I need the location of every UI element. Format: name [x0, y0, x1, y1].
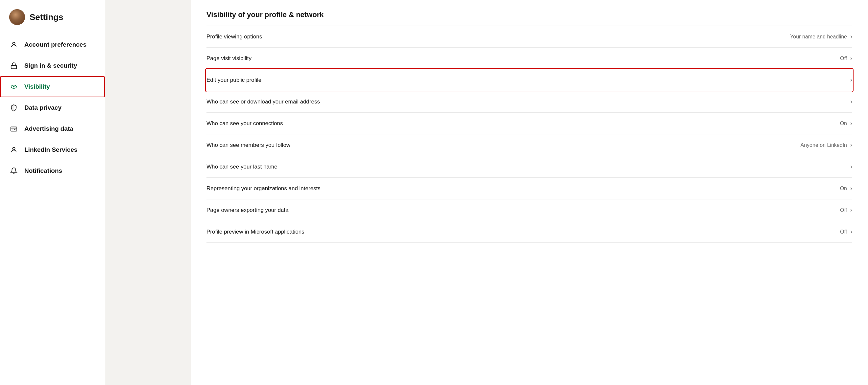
item-right: › [850, 76, 852, 83]
settings-item-profile-viewing[interactable]: Profile viewing options Your name and he… [207, 26, 852, 48]
item-label: Who can see your last name [207, 164, 277, 170]
sidebar: Settings Account preferences Sign in & s… [0, 0, 105, 385]
notifications-label: Notifications [24, 167, 62, 174]
advertising-icon [9, 124, 19, 133]
item-left: Profile preview in Microsoft application… [207, 229, 840, 235]
item-left: Who can see your last name [207, 164, 850, 170]
item-label: Edit your public profile [207, 77, 261, 83]
item-right: Anyone on LinkedIn › [801, 142, 852, 148]
chevron-right-icon: › [850, 98, 852, 105]
item-label: Page visit visibility [207, 55, 251, 62]
sidebar-item-visibility[interactable]: Visibility [0, 76, 105, 97]
chevron-right-icon: › [850, 142, 852, 148]
item-label: Page owners exporting your data [207, 207, 289, 213]
chevron-right-icon: › [850, 120, 852, 127]
sidebar-item-security[interactable]: Sign in & security [0, 55, 105, 76]
item-value: Anyone on LinkedIn [801, 142, 847, 148]
chevron-right-icon: › [850, 55, 852, 62]
sidebar-item-account[interactable]: Account preferences [0, 34, 105, 55]
item-label: Who can see members you follow [207, 142, 290, 148]
item-value: Off [840, 56, 847, 62]
section-title: Visibility of your profile & network [207, 10, 852, 23]
avatar [9, 9, 25, 25]
lock-icon [9, 61, 19, 70]
settings-item-page-visit[interactable]: Page visit visibility Off › [207, 48, 852, 69]
visibility-label: Visibility [24, 83, 50, 90]
item-left: Representing your organizations and inte… [207, 185, 840, 192]
item-left: Who can see or download your email addre… [207, 99, 850, 105]
bell-icon [9, 166, 19, 175]
item-value: On [840, 120, 847, 127]
svg-point-8 [12, 147, 15, 150]
settings-item-email-visibility[interactable]: Who can see or download your email addre… [207, 91, 852, 113]
item-value: On [840, 186, 847, 191]
item-left: Who can see your connections [207, 120, 840, 127]
sidebar-header: Settings [0, 9, 105, 34]
item-label: Representing your organizations and inte… [207, 185, 320, 192]
item-left: Edit your public profile [207, 77, 850, 83]
shield-icon [9, 103, 19, 112]
settings-item-organizations[interactable]: Representing your organizations and inte… [207, 178, 852, 199]
chevron-right-icon: › [850, 207, 852, 213]
item-right: Your name and headline › [790, 33, 852, 40]
person-icon [9, 40, 19, 49]
middle-panel [105, 0, 191, 385]
item-right: › [850, 163, 852, 170]
settings-item-edit-public-profile[interactable]: Edit your public profile › [207, 69, 852, 91]
settings-item-members-follow[interactable]: Who can see members you follow Anyone on… [207, 134, 852, 156]
item-label: Who can see or download your email addre… [207, 99, 320, 105]
main-content: Visibility of your profile & network Pro… [191, 0, 868, 385]
settings-item-page-owners[interactable]: Page owners exporting your data Off › [207, 199, 852, 221]
data-privacy-label: Data privacy [24, 104, 61, 111]
item-right: Off › [840, 228, 852, 235]
item-left: Profile viewing options [207, 34, 790, 40]
linkedin-services-label: LinkedIn Services [24, 146, 78, 153]
chevron-right-icon: › [850, 76, 852, 83]
svg-point-0 [12, 42, 15, 45]
security-label: Sign in & security [24, 62, 77, 69]
sidebar-item-advertising[interactable]: Advertising data [0, 118, 105, 139]
settings-list: Profile viewing options Your name and he… [207, 26, 852, 243]
sidebar-item-data-privacy[interactable]: Data privacy [0, 97, 105, 118]
sidebar-item-notifications[interactable]: Notifications [0, 160, 105, 181]
item-right: On › [840, 185, 852, 192]
account-label: Account preferences [24, 41, 87, 48]
advertising-label: Advertising data [24, 125, 73, 132]
item-right: On › [840, 120, 852, 127]
sidebar-item-linkedin-services[interactable]: LinkedIn Services [0, 139, 105, 160]
services-icon [9, 145, 19, 154]
item-right: Off › [840, 55, 852, 62]
item-label: Who can see your connections [207, 120, 283, 127]
settings-item-last-name[interactable]: Who can see your last name › [207, 156, 852, 178]
item-left: Who can see members you follow [207, 142, 801, 148]
settings-item-connections[interactable]: Who can see your connections On › [207, 113, 852, 134]
item-right: Off › [840, 207, 852, 213]
svg-point-3 [13, 86, 15, 88]
sidebar-nav: Account preferences Sign in & security V… [0, 34, 105, 181]
svg-rect-1 [11, 65, 17, 69]
item-value: Off [840, 207, 847, 213]
item-right: › [850, 98, 852, 105]
item-label: Profile viewing options [207, 34, 262, 40]
chevron-right-icon: › [850, 33, 852, 40]
chevron-right-icon: › [850, 163, 852, 170]
chevron-right-icon: › [850, 228, 852, 235]
item-value: Off [840, 229, 847, 235]
chevron-right-icon: › [850, 185, 852, 192]
item-value: Your name and headline [790, 34, 847, 40]
item-left: Page visit visibility [207, 55, 840, 62]
item-label: Profile preview in Microsoft application… [207, 229, 305, 235]
svg-rect-4 [11, 127, 17, 131]
app-title: Settings [30, 12, 63, 22]
item-left: Page owners exporting your data [207, 207, 840, 213]
eye-icon [9, 82, 19, 91]
settings-item-profile-preview[interactable]: Profile preview in Microsoft application… [207, 221, 852, 243]
